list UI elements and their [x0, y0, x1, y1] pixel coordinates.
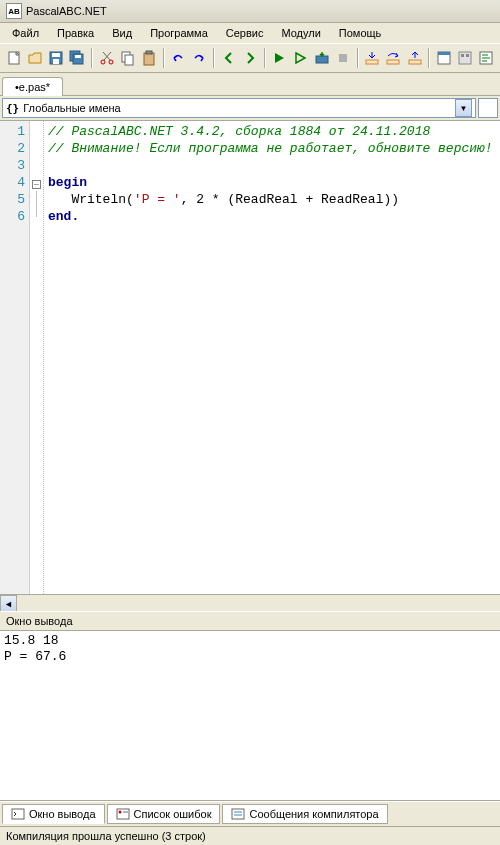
nav-forward-icon[interactable] — [240, 47, 259, 69]
scope-label: Глобальные имена — [23, 102, 121, 114]
svg-rect-10 — [125, 55, 133, 65]
scope-bar: {} Глобальные имена ▼ — [0, 96, 500, 121]
svg-point-7 — [101, 60, 105, 64]
status-text: Компиляция прошла успешно (3 строк) — [6, 830, 206, 842]
menu-view[interactable]: Вид — [104, 25, 140, 41]
save-all-icon[interactable] — [68, 47, 87, 69]
menu-bar: Файл Правка Вид Программа Сервис Модули … — [0, 23, 500, 43]
output-panel-header: Окно вывода — [0, 611, 500, 631]
stop-icon[interactable] — [333, 47, 352, 69]
scroll-left-icon[interactable]: ◄ — [0, 595, 17, 612]
menu-file[interactable]: Файл — [4, 25, 47, 41]
line-number: 5 — [2, 191, 25, 208]
code-view-icon[interactable] — [477, 47, 496, 69]
toolbar-separator — [163, 48, 165, 68]
output-line: P = 67.6 — [4, 649, 66, 664]
fold-column: − — [30, 121, 44, 594]
fold-toggle-icon[interactable]: − — [32, 180, 41, 189]
line-number-gutter: 1 2 3 4 5 6 — [0, 121, 30, 594]
compile-icon[interactable] — [312, 47, 331, 69]
svg-rect-6 — [75, 55, 81, 58]
code-content[interactable]: // PascalABC.NET 3.4.2, сборка 1884 от 2… — [44, 121, 500, 594]
toolbar-separator — [428, 48, 430, 68]
menu-modules[interactable]: Модули — [273, 25, 328, 41]
tab-compiler-messages[interactable]: Сообщения компилятора — [222, 804, 387, 824]
code-string: 'P = ' — [134, 192, 181, 207]
copy-icon[interactable] — [118, 47, 137, 69]
code-editor[interactable]: 1 2 3 4 5 6 − // PascalABC.NET 3.4.2, сб… — [0, 121, 500, 594]
design-icon[interactable] — [455, 47, 474, 69]
svg-rect-12 — [146, 51, 152, 54]
code-comment: // PascalABC.NET 3.4.2, сборка 1884 от 2… — [48, 124, 430, 139]
menu-help[interactable]: Помощь — [331, 25, 390, 41]
svg-rect-27 — [232, 809, 244, 819]
step-into-icon[interactable] — [363, 47, 382, 69]
svg-rect-11 — [144, 53, 154, 65]
svg-rect-21 — [461, 54, 464, 57]
code-keyword: end. — [48, 209, 79, 224]
file-tab[interactable]: •e.pas* — [2, 77, 63, 96]
svg-rect-25 — [117, 809, 129, 819]
output-line: 15.8 18 — [4, 633, 59, 648]
line-number: 2 — [2, 140, 25, 157]
svg-rect-22 — [466, 54, 469, 57]
code-text: , 2 * (ReadReal + ReadReal)) — [181, 192, 399, 207]
nav-back-icon[interactable] — [219, 47, 238, 69]
svg-point-8 — [109, 60, 113, 64]
run-icon[interactable] — [270, 47, 289, 69]
save-icon[interactable] — [46, 47, 65, 69]
code-text: Writeln( — [48, 192, 134, 207]
menu-program[interactable]: Программа — [142, 25, 216, 41]
tab-label: Окно вывода — [29, 808, 96, 820]
toolbar-separator — [91, 48, 93, 68]
svg-rect-17 — [409, 60, 421, 64]
svg-rect-15 — [366, 60, 378, 64]
tab-error-list[interactable]: Список ошибок — [107, 804, 221, 824]
svg-rect-16 — [387, 60, 399, 64]
toolbar-separator — [264, 48, 266, 68]
messages-icon — [231, 807, 245, 821]
chevron-down-icon[interactable]: ▼ — [455, 99, 472, 117]
menu-service[interactable]: Сервис — [218, 25, 272, 41]
redo-icon[interactable] — [190, 47, 209, 69]
new-file-icon[interactable] — [4, 47, 23, 69]
tab-label: Список ошибок — [134, 808, 212, 820]
code-comment: // Внимание! Если программа не работает,… — [48, 141, 493, 156]
error-list-icon — [116, 807, 130, 821]
toolbar-separator — [357, 48, 359, 68]
horizontal-scrollbar[interactable]: ◄ — [0, 594, 500, 611]
step-over-icon[interactable] — [384, 47, 403, 69]
line-number: 1 — [2, 123, 25, 140]
svg-rect-19 — [438, 52, 450, 55]
toolbar-separator — [213, 48, 215, 68]
line-number: 4 — [2, 174, 25, 191]
svg-rect-24 — [12, 809, 24, 819]
svg-rect-3 — [53, 59, 59, 64]
svg-point-26 — [118, 811, 121, 814]
run-no-debug-icon[interactable] — [291, 47, 310, 69]
app-icon: AB — [6, 3, 22, 19]
tab-output[interactable]: Окно вывода — [2, 804, 105, 824]
paste-icon[interactable] — [139, 47, 158, 69]
member-dropdown[interactable] — [478, 98, 498, 118]
form-designer-icon[interactable] — [434, 47, 453, 69]
undo-icon[interactable] — [169, 47, 188, 69]
output-panel[interactable]: 15.8 18 P = 67.6 — [0, 631, 500, 801]
step-out-icon[interactable] — [405, 47, 424, 69]
terminal-icon — [11, 807, 25, 821]
cut-icon[interactable] — [97, 47, 116, 69]
svg-rect-20 — [459, 52, 471, 64]
code-keyword: begin — [48, 175, 87, 190]
menu-edit[interactable]: Правка — [49, 25, 102, 41]
line-number: 3 — [2, 157, 25, 174]
status-bar: Компиляция прошла успешно (3 строк) — [0, 826, 500, 845]
app-title: PascalABC.NET — [26, 5, 107, 17]
open-file-icon[interactable] — [25, 47, 44, 69]
title-bar: AB PascalABC.NET — [0, 0, 500, 23]
editor-tabs: •e.pas* — [0, 73, 500, 96]
svg-rect-2 — [52, 53, 60, 57]
braces-icon: {} — [6, 102, 19, 115]
toolbar — [0, 43, 500, 73]
scope-dropdown[interactable]: {} Глобальные имена ▼ — [2, 98, 476, 118]
svg-rect-14 — [339, 54, 347, 62]
